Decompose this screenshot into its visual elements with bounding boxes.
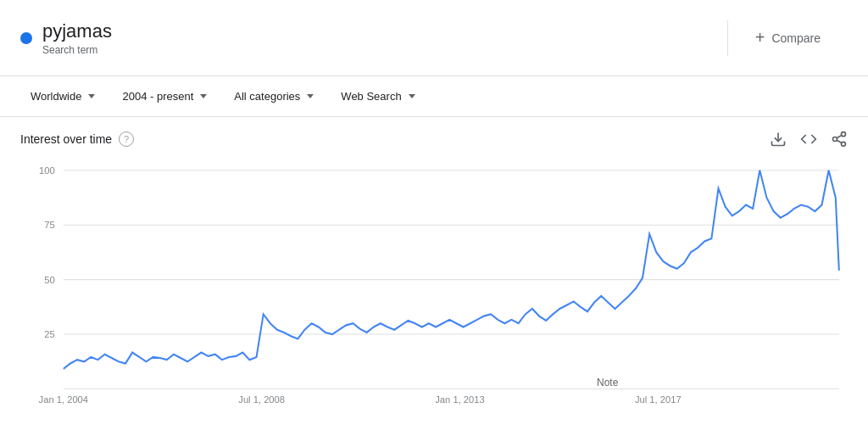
header: pyjamas Search term + Compare xyxy=(0,0,868,76)
time-chevron-icon xyxy=(200,94,207,98)
chart-header: Interest over time ? xyxy=(20,131,848,148)
search-type-label: Web Search xyxy=(341,90,401,103)
compare-label: Compare xyxy=(771,31,821,45)
time-filter[interactable]: 2004 - present xyxy=(112,85,217,108)
region-filter[interactable]: Worldwide xyxy=(20,85,105,108)
search-term-dot xyxy=(20,32,32,44)
download-icon xyxy=(770,131,787,148)
region-label: Worldwide xyxy=(31,90,81,103)
share-button[interactable] xyxy=(831,131,848,148)
svg-text:Jan 1, 2013: Jan 1, 2013 xyxy=(435,394,484,404)
help-icon[interactable]: ? xyxy=(119,131,134,147)
svg-text:Jul 1, 2008: Jul 1, 2008 xyxy=(238,394,285,404)
compare-button[interactable]: + Compare xyxy=(728,28,848,48)
svg-text:25: 25 xyxy=(44,329,54,339)
download-button[interactable] xyxy=(770,131,787,148)
category-label: All categories xyxy=(234,90,300,103)
note-label: Note xyxy=(597,377,618,388)
chart-actions xyxy=(770,131,848,148)
chart-title-group: Interest over time ? xyxy=(20,131,134,147)
svg-point-2 xyxy=(833,137,837,142)
svg-text:50: 50 xyxy=(44,275,54,285)
interest-chart: 100 75 50 25 Jan 1, 2004 Jul 1, 2008 Jan… xyxy=(20,161,848,407)
chart-section: Interest over time ? xyxy=(0,117,868,421)
search-term-text: pyjamas Search term xyxy=(42,20,112,56)
category-chevron-icon xyxy=(307,94,314,98)
svg-point-3 xyxy=(842,142,846,146)
compare-plus-icon: + xyxy=(755,28,765,48)
svg-line-5 xyxy=(837,135,842,137)
region-chevron-icon xyxy=(88,94,95,98)
svg-text:Jul 1, 2017: Jul 1, 2017 xyxy=(635,394,682,404)
svg-point-1 xyxy=(842,132,846,137)
svg-text:100: 100 xyxy=(39,165,55,176)
chart-title: Interest over time xyxy=(20,132,112,146)
time-label: 2004 - present xyxy=(122,90,193,103)
search-type-filter[interactable]: Web Search xyxy=(331,85,425,108)
chart-container: 100 75 50 25 Jan 1, 2004 Jul 1, 2008 Jan… xyxy=(20,161,848,407)
svg-text:Jan 1, 2004: Jan 1, 2004 xyxy=(39,394,89,404)
category-filter[interactable]: All categories xyxy=(224,85,324,108)
share-icon xyxy=(831,131,848,148)
search-type-chevron-icon xyxy=(409,94,415,98)
trend-line xyxy=(64,170,839,369)
svg-line-4 xyxy=(837,140,842,143)
embed-button[interactable] xyxy=(800,131,817,148)
search-term-value: pyjamas xyxy=(42,20,112,42)
svg-text:75: 75 xyxy=(44,220,54,230)
filters-bar: Worldwide 2004 - present All categories … xyxy=(0,76,868,117)
search-term-type: Search term xyxy=(42,44,112,56)
embed-icon xyxy=(800,131,817,148)
search-term-container: pyjamas Search term xyxy=(20,20,728,56)
